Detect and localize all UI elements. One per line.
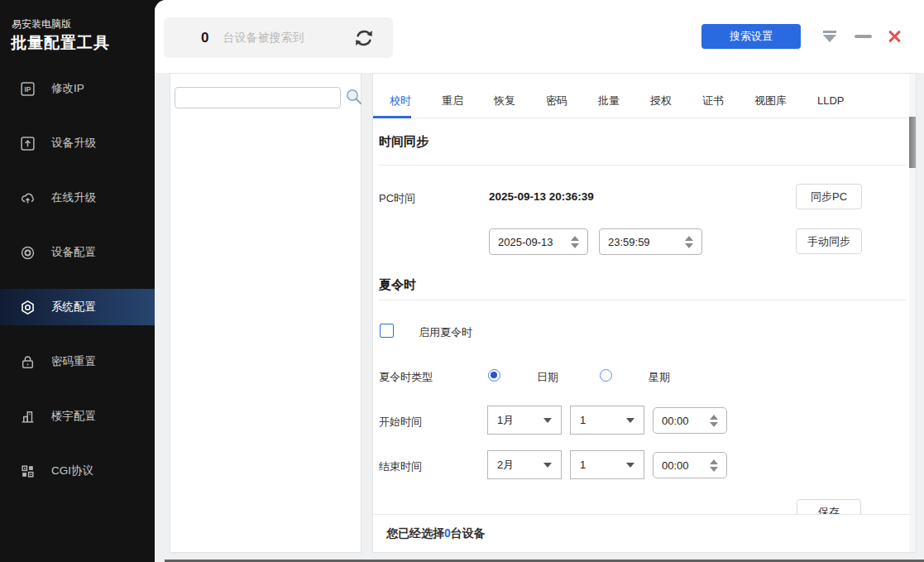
minimize-icon[interactable] <box>855 35 872 38</box>
enable-dst-label: 启用夏令时 <box>419 325 472 340</box>
tab-restore[interactable]: 恢复 <box>494 94 515 108</box>
start-day-select[interactable]: 1 <box>570 406 644 435</box>
date-value: 2025-09-13 <box>498 236 570 248</box>
divider <box>379 165 907 166</box>
dst-type-label: 夏令时类型 <box>379 370 433 385</box>
end-day-value: 1 <box>580 459 626 471</box>
enable-dst-checkbox[interactable] <box>380 324 394 338</box>
sidebar-item-device-config[interactable]: 设备配置 <box>0 234 155 271</box>
close-icon[interactable] <box>886 28 902 45</box>
sidebar-item-cgi-protocol[interactable]: CGI协议 <box>0 453 155 489</box>
start-time-spinner[interactable] <box>709 415 719 427</box>
device-upgrade-icon <box>20 136 36 151</box>
time-sync-section-title: 时间同步 <box>379 134 428 150</box>
selection-status: 您已经选择0台设备 <box>386 526 486 541</box>
end-month-select[interactable]: 2月 <box>487 450 562 479</box>
device-config-icon <box>20 245 36 261</box>
dst-section-title: 夏令时 <box>379 277 416 293</box>
content-area: 校时 重启 恢复 密码 批量 授权 证书 视图库 LLDP 时间同步 PC时间 … <box>155 73 924 562</box>
time-input[interactable]: 23:59:59 <box>599 228 702 255</box>
device-search-input[interactable] <box>175 87 341 108</box>
dst-type-week-radio[interactable] <box>600 369 612 382</box>
tab-reboot[interactable]: 重启 <box>442 94 463 108</box>
start-time-input[interactable]: 00:00 <box>653 407 727 434</box>
sidebar-item-label: 在线升级 <box>51 190 96 205</box>
refresh-icon[interactable] <box>353 27 375 49</box>
selection-suffix: 台设备 <box>451 526 486 540</box>
pc-time-value: 2025-09-13 20:36:39 <box>489 190 594 203</box>
sidebar-item-label: 修改IP <box>51 81 84 96</box>
start-month-select[interactable]: 1月 <box>487 406 562 435</box>
sidebar-item-system-config[interactable]: 系统配置 <box>0 289 155 325</box>
ip-icon: IP <box>20 81 36 97</box>
sidebar-item-label: 系统配置 <box>51 300 96 315</box>
device-count: 0 <box>201 30 208 46</box>
grid-icon <box>20 464 36 479</box>
chevron-down-icon <box>626 418 634 423</box>
end-month-value: 2月 <box>497 458 543 473</box>
device-count-suffix: 台设备被搜索到 <box>223 31 304 46</box>
tab-password[interactable]: 密码 <box>546 94 567 108</box>
dst-type-date-radio[interactable] <box>488 369 500 382</box>
dst-type-week-label: 星期 <box>649 370 670 385</box>
sidebar: 易安装电脑版 批量配置工具 IP 修改IP 设备升级 在线升级 设备配置 <box>0 0 155 562</box>
lock-icon <box>20 354 36 370</box>
sidebar-item-label: 设备配置 <box>51 245 96 260</box>
date-input[interactable]: 2025-09-13 <box>489 228 588 255</box>
sidebar-item-password-reset[interactable]: 密码重置 <box>0 343 155 380</box>
end-time-spinner[interactable] <box>709 459 719 472</box>
end-time-label: 结束时间 <box>379 459 422 474</box>
config-panel: 校时 重启 恢复 密码 批量 授权 证书 视图库 LLDP 时间同步 PC时间 … <box>372 73 917 553</box>
start-day-value: 1 <box>580 414 626 426</box>
chevron-down-icon <box>543 463 552 468</box>
sidebar-item-online-upgrade[interactable]: 在线升级 <box>0 180 155 216</box>
sidebar-item-label: 设备升级 <box>51 136 96 151</box>
start-time-label: 开始时间 <box>379 415 422 430</box>
active-tab-underline <box>373 116 411 118</box>
main-area: 0 台设备被搜索到 搜索设置 <box>155 0 924 562</box>
sync-pc-button[interactable]: 同步PC <box>796 184 862 209</box>
cloud-upload-icon <box>20 190 36 206</box>
app-window: 易安装电脑版 批量配置工具 IP 修改IP 设备升级 在线升级 设备配置 <box>0 0 924 562</box>
collapse-icon[interactable] <box>822 31 837 44</box>
magnifier-icon[interactable] <box>345 88 363 106</box>
tab-bar: 校时 重启 恢复 密码 批量 授权 证书 视图库 LLDP <box>373 84 916 118</box>
date-spinner[interactable] <box>570 236 580 248</box>
manual-sync-button[interactable]: 手动同步 <box>796 228 862 254</box>
device-list-panel <box>170 73 361 553</box>
selection-count: 0 <box>444 526 451 540</box>
scrollbar-thumb[interactable] <box>909 117 916 168</box>
end-time-input[interactable]: 00:00 <box>653 452 727 478</box>
app-title: 批量配置工具 <box>11 32 110 54</box>
svg-text:IP: IP <box>25 84 31 93</box>
time-value: 23:59:59 <box>608 236 684 248</box>
sidebar-item-building-config[interactable]: 楼宇配置 <box>0 398 155 435</box>
search-settings-button[interactable]: 搜索设置 <box>701 24 801 49</box>
tab-certificate[interactable]: 证书 <box>702 94 724 108</box>
tab-authorization[interactable]: 授权 <box>650 94 672 108</box>
pc-time-label: PC时间 <box>379 191 415 206</box>
tab-time-calibration[interactable]: 校时 <box>390 94 411 108</box>
end-time-value: 00:00 <box>662 459 709 472</box>
app-subtitle: 易安装电脑版 <box>12 17 71 31</box>
building-icon <box>20 409 36 425</box>
topbar: 0 台设备被搜索到 搜索设置 <box>155 0 924 73</box>
tab-view-library[interactable]: 视图库 <box>754 94 787 108</box>
dst-type-date-label: 日期 <box>537 370 558 385</box>
device-count-box: 0 台设备被搜索到 <box>164 17 393 58</box>
system-config-icon <box>20 300 36 315</box>
time-spinner[interactable] <box>684 236 694 248</box>
end-day-select[interactable]: 1 <box>570 450 644 479</box>
selection-prefix: 您已经选择 <box>386 526 444 540</box>
tab-lldp[interactable]: LLDP <box>817 94 845 107</box>
chevron-down-icon <box>626 463 634 468</box>
tab-batch[interactable]: 批量 <box>598 94 620 108</box>
sidebar-item-label: 密码重置 <box>51 354 96 369</box>
sidebar-item-modify-ip[interactable]: IP 修改IP <box>0 70 155 107</box>
sidebar-item-device-upgrade[interactable]: 设备升级 <box>0 125 155 161</box>
start-month-value: 1月 <box>497 413 543 428</box>
sidebar-item-label: 楼宇配置 <box>51 409 96 424</box>
vertical-scrollbar[interactable] <box>909 74 916 552</box>
chevron-down-icon <box>543 418 552 423</box>
sidebar-item-label: CGI协议 <box>51 464 93 478</box>
